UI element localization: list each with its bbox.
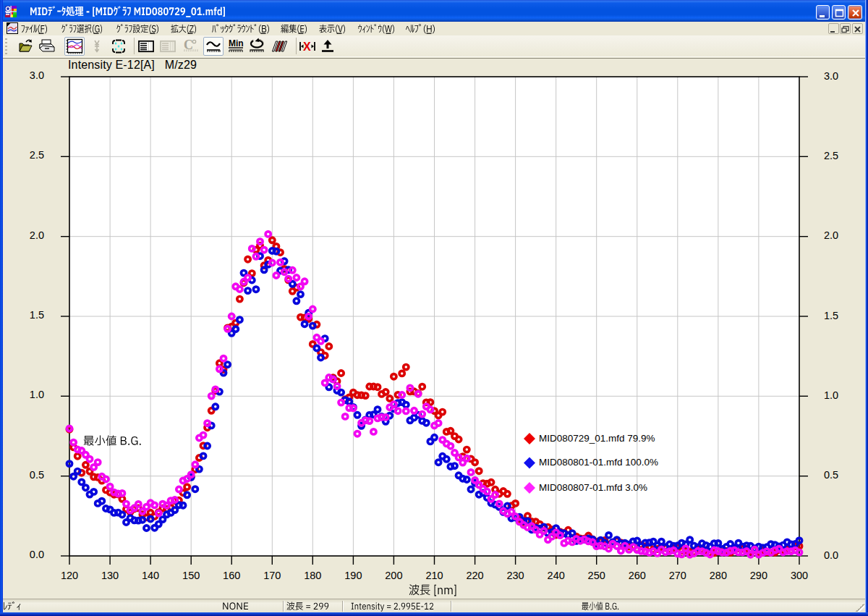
svg-text:250: 250	[588, 570, 605, 581]
svg-text:190: 190	[344, 570, 362, 581]
svg-text:300: 300	[791, 570, 808, 581]
svg-text:MID080807-01.mfd 3.0%: MID080807-01.mfd 3.0%	[539, 482, 647, 493]
svg-text:0.5: 0.5	[824, 469, 838, 481]
svg-text:280: 280	[710, 570, 727, 581]
svg-text:2.5: 2.5	[30, 149, 44, 161]
svg-text:170: 170	[263, 570, 281, 581]
svg-text:160: 160	[223, 570, 240, 581]
svg-text:270: 270	[669, 570, 686, 581]
svg-text:X: X	[303, 40, 311, 52]
svg-text:240: 240	[548, 570, 565, 581]
svg-text:MID080801-01.mfd 100.0%: MID080801-01.mfd 100.0%	[539, 457, 658, 468]
svg-text:Min: Min	[229, 38, 244, 48]
svg-text:220: 220	[466, 570, 483, 581]
svg-text:2.0: 2.0	[824, 229, 838, 241]
svg-text:260: 260	[629, 570, 646, 581]
svg-text:2.5: 2.5	[824, 150, 838, 161]
svg-text:1.5: 1.5	[30, 309, 44, 321]
svg-text:180: 180	[304, 570, 321, 581]
svg-text:1.5: 1.5	[824, 310, 838, 321]
svg-text:230: 230	[506, 570, 524, 581]
svg-text:Intensity E-12[A] M/z29: Intensity E-12[A] M/z29	[68, 59, 197, 71]
svg-text:210: 210	[425, 570, 443, 581]
svg-text:130: 130	[101, 570, 119, 581]
svg-text:3.0: 3.0	[30, 69, 44, 81]
svg-text:1.0: 1.0	[30, 389, 44, 400]
svg-text:140: 140	[142, 570, 159, 581]
svg-text:0.0: 0.0	[30, 549, 44, 560]
svg-text:150: 150	[182, 570, 200, 581]
svg-text:200: 200	[385, 570, 402, 581]
svg-text:120: 120	[61, 570, 78, 581]
svg-text:0.0: 0.0	[824, 549, 838, 561]
svg-text:1.0: 1.0	[824, 389, 838, 401]
svg-text:2.0: 2.0	[30, 229, 44, 241]
svg-text:0.5: 0.5	[30, 469, 44, 481]
svg-text:290: 290	[750, 570, 767, 581]
svg-text:MID080729_01.mfd 79.9%: MID080729_01.mfd 79.9%	[539, 433, 655, 444]
svg-text:3.0: 3.0	[824, 70, 838, 82]
